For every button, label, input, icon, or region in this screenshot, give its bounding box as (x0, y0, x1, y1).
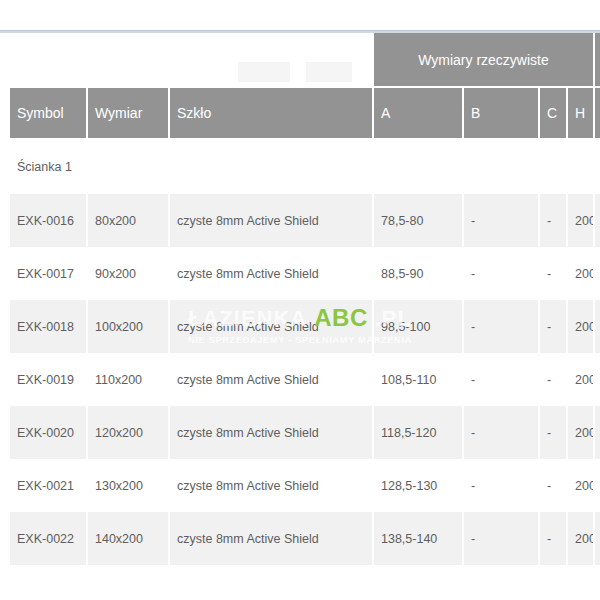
table-row: EXK-0021 130x200 czyste 8mm Active Shiel… (10, 459, 600, 512)
cell-wymiar: 140x200 (88, 512, 168, 565)
cell-c: - (540, 512, 566, 565)
cell-h: 200 (568, 300, 593, 353)
cutoff-column-sliver (595, 406, 600, 459)
cell-b: - (464, 300, 538, 353)
cell-h: 200 (568, 353, 593, 406)
empty-cell (88, 139, 168, 194)
cell-a: 88,5-90 (374, 247, 462, 300)
cutoff-column-sliver (595, 139, 600, 194)
cell-wymiar: 100x200 (88, 300, 168, 353)
table-row: EXK-0022 140x200 czyste 8mm Active Shiel… (10, 512, 600, 565)
column-header-symbol: Symbol (10, 88, 86, 138)
group-header-spacer (10, 33, 372, 86)
cell-wymiar: 120x200 (88, 406, 168, 459)
cell-c: - (540, 300, 566, 353)
cell-a: 128,5-130 (374, 459, 462, 512)
cell-szklo: czyste 8mm Active Shield (170, 512, 372, 565)
column-header-h: H (568, 88, 593, 138)
cutoff-column-sliver (595, 512, 600, 565)
column-header-c: C (540, 88, 566, 138)
cell-szklo: czyste 8mm Active Shield (170, 353, 372, 406)
cell-h: 200 (568, 194, 593, 247)
cell-b: - (464, 353, 538, 406)
cell-h: 200 (568, 512, 593, 565)
cell-h: 200 (568, 247, 593, 300)
cell-symbol: EXK-0016 (10, 194, 86, 247)
cell-c: - (540, 194, 566, 247)
cell-symbol: EXK-0022 (10, 512, 86, 565)
table-group-header-row: Wymiary rzeczywiste (10, 33, 600, 86)
cell-szklo: czyste 8mm Active Shield (170, 459, 372, 512)
cell-c: - (540, 353, 566, 406)
product-dimensions-table: Wymiary rzeczywiste Symbol Wymiar Szkło … (10, 33, 600, 565)
cell-wymiar: 80x200 (88, 194, 168, 247)
cell-szklo: czyste 8mm Active Shield (170, 247, 372, 300)
cutoff-column-sliver (595, 300, 600, 353)
cell-a: 108,5-110 (374, 353, 462, 406)
column-header-a: A (374, 88, 462, 138)
table-row: EXK-0017 90x200 czyste 8mm Active Shield… (10, 247, 600, 300)
table-row: EXK-0018 100x200 czyste 8mm Active Shiel… (10, 300, 600, 353)
cutoff-column-sliver (595, 353, 600, 406)
cell-symbol: EXK-0020 (10, 406, 86, 459)
cell-b: - (464, 512, 538, 565)
cell-wymiar: 90x200 (88, 247, 168, 300)
cell-c: - (540, 247, 566, 300)
cell-c: - (540, 406, 566, 459)
cell-symbol: EXK-0021 (10, 459, 86, 512)
cutoff-column-sliver (595, 194, 600, 247)
cutoff-column-sliver (595, 88, 600, 138)
cell-a: 138,5-140 (374, 512, 462, 565)
column-header-wymiar: Wymiar (88, 88, 168, 138)
column-header-b: B (464, 88, 538, 138)
cell-a: 118,5-120 (374, 406, 462, 459)
column-header-szklo: Szkło (170, 88, 372, 138)
section-row: Ścianka 1 (10, 139, 600, 194)
cell-szklo: czyste 8mm Active Shield (170, 406, 372, 459)
cell-h: 200 (568, 459, 593, 512)
empty-cell (170, 139, 372, 194)
cell-c: - (540, 459, 566, 512)
cell-szklo: czyste 8mm Active Shield (170, 300, 372, 353)
empty-cell (374, 139, 462, 194)
cell-symbol: EXK-0017 (10, 247, 86, 300)
table-row: EXK-0016 80x200 czyste 8mm Active Shield… (10, 194, 600, 247)
cell-b: - (464, 194, 538, 247)
cell-b: - (464, 247, 538, 300)
cell-a: 78,5-80 (374, 194, 462, 247)
cell-szklo: czyste 8mm Active Shield (170, 194, 372, 247)
table-row: EXK-0020 120x200 czyste 8mm Active Shiel… (10, 406, 600, 459)
empty-cell (464, 139, 538, 194)
cell-wymiar: 130x200 (88, 459, 168, 512)
cell-symbol: EXK-0018 (10, 300, 86, 353)
empty-cell (568, 139, 593, 194)
cell-a: 98,5-100 (374, 300, 462, 353)
cell-b: - (464, 459, 538, 512)
cutoff-column-sliver (595, 247, 600, 300)
cutoff-column-sliver (595, 33, 600, 86)
group-header-actual-dimensions: Wymiary rzeczywiste (374, 33, 593, 86)
cutoff-column-sliver (595, 459, 600, 512)
cell-b: - (464, 406, 538, 459)
section-label: Ścianka 1 (10, 139, 86, 194)
empty-cell (540, 139, 566, 194)
table-row: EXK-0019 110x200 czyste 8mm Active Shiel… (10, 353, 600, 406)
cell-symbol: EXK-0019 (10, 353, 86, 406)
cell-h: 200 (568, 406, 593, 459)
table-header-row: Symbol Wymiar Szkło A B C H (10, 88, 600, 138)
cell-wymiar: 110x200 (88, 353, 168, 406)
